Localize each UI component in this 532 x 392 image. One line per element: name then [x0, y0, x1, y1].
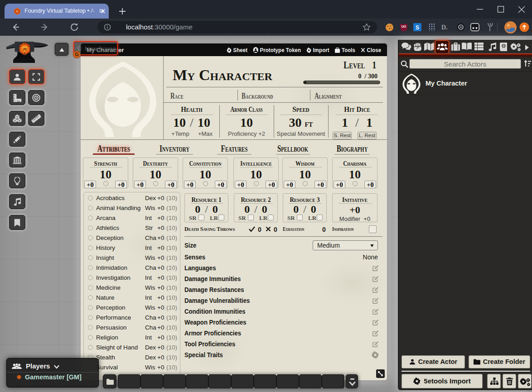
svg-text:S: S [416, 24, 419, 31]
svg-text:UO: UO [401, 25, 406, 28]
svg-text:20: 20 [23, 48, 27, 51]
